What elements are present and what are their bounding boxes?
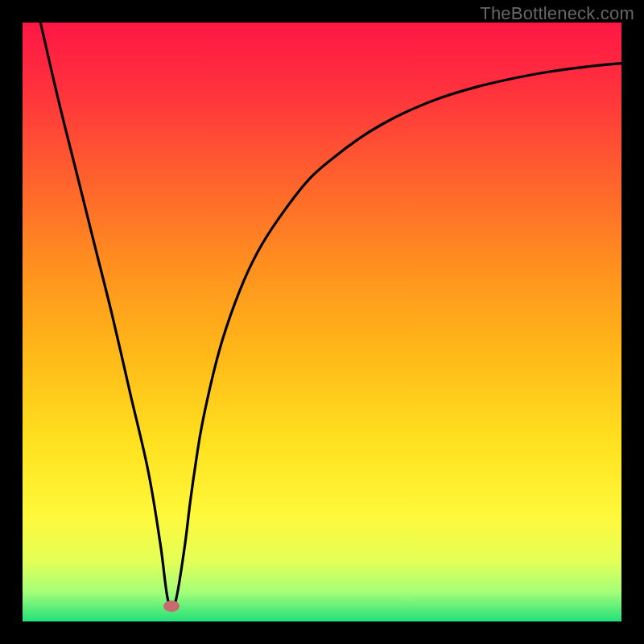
plot-area <box>23 23 621 621</box>
watermark-text: TheBottleneck.com <box>480 3 634 24</box>
optimum-marker <box>163 601 180 612</box>
chart-frame: TheBottleneck.com <box>0 0 644 644</box>
gradient-background <box>23 23 621 621</box>
